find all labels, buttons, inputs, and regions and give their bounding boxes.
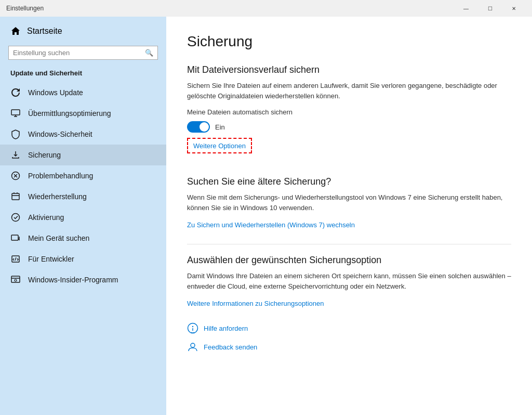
- windows7-backup-link[interactable]: Zu Sichern und Wiederherstellen (Windows…: [187, 221, 355, 229]
- titlebar-title: Einstellungen: [6, 5, 44, 12]
- sidebar-section-title: Update und Sicherheit: [0, 66, 166, 82]
- toggle-label-text: Meine Dateien automatisch sichern: [187, 108, 511, 116]
- sidebar: Startseite 🔍 Update und Sicherheit Windo…: [0, 17, 166, 415]
- uebermittlung-icon: [10, 108, 21, 119]
- section-divider: [187, 244, 511, 244]
- sidebar-item-label: Mein Gerät suchen: [28, 234, 89, 242]
- svg-rect-6: [11, 235, 18, 240]
- sidebar-item-wiederherstellung[interactable]: Wiederherstellung: [0, 186, 166, 207]
- close-button[interactable]: ✕: [502, 0, 526, 17]
- search-icon[interactable]: 🔍: [145, 49, 153, 57]
- sicherung-icon: [10, 150, 21, 160]
- feedback-row[interactable]: Feedback senden: [187, 341, 511, 353]
- titlebar: Einstellungen — ☐ ✕: [0, 0, 532, 17]
- svg-point-9: [15, 279, 17, 281]
- sidebar-item-insider[interactable]: Windows-Insider-Programm: [0, 269, 166, 290]
- problembehandlung-icon: [10, 171, 21, 181]
- geraet-suchen-icon: [10, 233, 21, 243]
- svg-rect-4: [12, 193, 19, 200]
- sidebar-item-label: Übermittlungsoptimierung: [28, 109, 111, 118]
- sidebar-item-label: Problembehandlung: [28, 172, 93, 180]
- section-dateiversionsverlauf: Mit Dateiversionsverlauf sichern Sichern…: [187, 64, 511, 162]
- sicherungsoptionen-link[interactable]: Weitere Informationen zu Sicherungsoptio…: [187, 300, 324, 307]
- sidebar-home-label: Startseite: [27, 27, 62, 36]
- sidebar-item-label: Wiederherstellung: [28, 192, 87, 201]
- search-box: 🔍: [8, 46, 158, 60]
- sidebar-item-label: Windows Update: [28, 88, 83, 97]
- shield-icon: [10, 129, 21, 139]
- page-title: Sicherung: [187, 33, 511, 50]
- toggle-state-label: Ein: [215, 123, 225, 131]
- weitere-optionen-box: Weitere Optionen: [187, 138, 252, 153]
- titlebar-controls: — ☐ ✕: [454, 0, 526, 17]
- sidebar-item-home[interactable]: Startseite: [0, 17, 166, 44]
- aktivierung-icon: [10, 212, 21, 223]
- sidebar-item-aktivierung[interactable]: Aktivierung: [0, 207, 166, 228]
- sidebar-item-uebermittlung[interactable]: Übermittlungsoptimierung: [0, 103, 166, 124]
- sidebar-item-problembehandlung[interactable]: Problembehandlung: [0, 165, 166, 186]
- section2-title: Suchen Sie eine ältere Sicherung?: [187, 176, 511, 187]
- sidebar-item-label: Sicherung: [28, 151, 61, 159]
- feedback-icon: [187, 341, 198, 353]
- section1-desc: Sichern Sie Ihre Dateien auf einem ander…: [187, 81, 511, 101]
- svg-point-5: [12, 214, 20, 222]
- svg-rect-0: [11, 110, 20, 115]
- section3-title: Auswählen der gewünschten Sicherungsopti…: [187, 255, 511, 266]
- maximize-button[interactable]: ☐: [478, 0, 502, 17]
- sidebar-item-entwickler[interactable]: Für Entwickler: [0, 249, 166, 269]
- help-section: Hilfe anfordern Feedback senden: [187, 322, 511, 353]
- sidebar-item-label: Für Entwickler: [28, 255, 74, 263]
- app-container: Startseite 🔍 Update und Sicherheit Windo…: [0, 17, 532, 415]
- insider-icon: [10, 275, 21, 285]
- section-sicherungsoption: Auswählen der gewünschten Sicherungsopti…: [187, 255, 511, 308]
- weitere-optionen-link[interactable]: Weitere Optionen: [193, 142, 246, 150]
- toggle-row: Ein: [187, 121, 511, 133]
- search-input[interactable]: [13, 49, 145, 57]
- sidebar-item-sicherung[interactable]: Sicherung: [0, 145, 166, 165]
- sidebar-item-windows-sicherheit[interactable]: Windows-Sicherheit: [0, 124, 166, 145]
- help-row[interactable]: Hilfe anfordern: [187, 322, 511, 334]
- section2-desc: Wenn Sie mit dem Sicherungs- und Wiederh…: [187, 192, 511, 213]
- sidebar-item-label: Aktivierung: [28, 213, 64, 222]
- section3-desc: Damit Windows Ihre Dateien an einem sich…: [187, 271, 511, 291]
- sidebar-item-label: Windows-Insider-Programm: [28, 276, 118, 284]
- section1-title: Mit Dateiversionsverlauf sichern: [187, 64, 511, 75]
- svg-point-12: [191, 343, 195, 347]
- wiederherstellung-icon: [10, 191, 21, 202]
- auto-backup-toggle[interactable]: [187, 121, 210, 133]
- home-icon: [10, 26, 21, 36]
- main-content: Sicherung Mit Dateiversionsverlauf siche…: [166, 17, 532, 415]
- sidebar-item-windows-update[interactable]: Windows Update: [0, 82, 166, 103]
- svg-point-11: [192, 326, 193, 327]
- minimize-button[interactable]: —: [454, 0, 478, 17]
- help-icon: [187, 322, 198, 334]
- section-aeltere-sicherung: Suchen Sie eine ältere Sicherung? Wenn S…: [187, 176, 511, 229]
- sidebar-item-geraet-suchen[interactable]: Mein Gerät suchen: [0, 228, 166, 249]
- help-link[interactable]: Hilfe anfordern: [204, 325, 248, 332]
- entwickler-icon: [10, 254, 21, 264]
- windows-update-icon: [10, 87, 21, 98]
- feedback-link[interactable]: Feedback senden: [204, 343, 257, 351]
- sidebar-item-label: Windows-Sicherheit: [28, 130, 92, 138]
